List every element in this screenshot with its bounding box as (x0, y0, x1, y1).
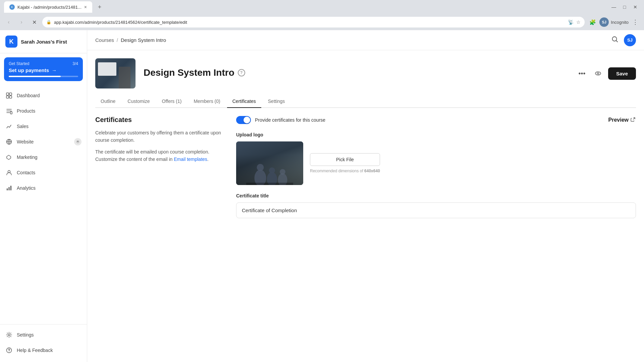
sidebar-nav: Dashboard Products Sales Website (0, 85, 87, 324)
thumbnail-image (95, 58, 136, 88)
minimize-button[interactable]: — (609, 2, 619, 12)
external-link-icon (631, 117, 636, 123)
marketing-icon (5, 154, 13, 161)
sidebar-item-label: Settings (17, 332, 34, 338)
course-title-text: Design System Intro (144, 67, 234, 78)
url-text: app.kajabi.com/admin/products/2148145624… (54, 20, 565, 25)
tab-members[interactable]: Members (0) (188, 95, 225, 108)
course-thumbnail (95, 58, 136, 88)
extensions-icon[interactable]: 🧩 (588, 17, 597, 27)
sidebar-item-label: Dashboard (17, 93, 40, 98)
certificate-title-input[interactable] (236, 202, 636, 218)
certificates-layout: Certificates Celebrate your customers by… (95, 116, 636, 218)
dashboard-icon (5, 92, 13, 99)
logo-image (236, 141, 303, 185)
certificate-title-section: Certificate title (236, 193, 636, 218)
svg-rect-2 (6, 96, 9, 98)
svg-rect-1 (9, 93, 12, 95)
cast-icon: 📡 (568, 19, 574, 25)
help-icon (5, 347, 13, 354)
get-started-title: Set up payments (9, 67, 49, 73)
preview-label: Preview (608, 117, 629, 123)
svg-rect-3 (9, 96, 12, 98)
certificates-settings: Provide certificates for this course Pre… (236, 116, 636, 218)
get-started-arrow: → (52, 67, 57, 73)
sidebar-item-settings[interactable]: Settings (0, 327, 87, 343)
save-button[interactable]: Save (608, 67, 636, 80)
tab-close-icon[interactable]: × (84, 4, 87, 10)
sidebar-footer: Settings Help & Feedback (0, 324, 87, 362)
preview-link[interactable]: Preview (608, 117, 636, 123)
profile-button[interactable]: SJ (599, 17, 609, 27)
upload-logo-section: Upload logo (236, 132, 636, 185)
sidebar-header: K Sarah Jonas's First (0, 30, 87, 53)
sidebar-item-label: Analytics (17, 185, 36, 191)
certificates-description: Certificates Celebrate your customers by… (95, 116, 223, 218)
breadcrumb-separator: / (117, 37, 118, 43)
tab-offers[interactable]: Offers (1) (157, 95, 187, 108)
svg-rect-0 (6, 93, 9, 95)
svg-point-22 (280, 169, 285, 175)
sidebar-item-website[interactable]: Website (0, 134, 87, 149)
browser-more-button[interactable]: ⋮ (631, 17, 640, 27)
sidebar-item-analytics[interactable]: Analytics (0, 180, 87, 196)
more-options-button[interactable]: ••• (576, 67, 588, 79)
tab-favicon: K (9, 4, 15, 10)
recommended-text: Recommended dimensions of 640x640 (310, 169, 380, 173)
refresh-button[interactable]: ✕ (30, 17, 39, 27)
sidebar-item-products[interactable]: Products (0, 103, 87, 119)
sidebar-item-sales[interactable]: Sales (0, 119, 87, 134)
sidebar-item-label: Contacts (17, 170, 35, 175)
svg-rect-10 (10, 186, 11, 190)
email-templates-link[interactable]: Email templates (174, 157, 207, 162)
course-actions: ••• Save (576, 67, 636, 80)
help-tooltip-icon[interactable]: ? (238, 69, 245, 76)
sidebar-item-dashboard[interactable]: Dashboard (0, 88, 87, 103)
user-avatar[interactable]: SJ (624, 34, 636, 46)
main-content: Courses / Design System Intro SJ De (87, 30, 644, 362)
top-header: Courses / Design System Intro SJ (87, 30, 644, 50)
course-header: Design System Intro ? ••• Save (95, 58, 636, 88)
get-started-banner[interactable]: Get Started 3/4 Set up payments → (4, 57, 83, 81)
course-title-row: Design System Intro ? (144, 67, 568, 78)
sidebar-item-label: Marketing (17, 155, 37, 160)
svg-rect-4 (10, 112, 12, 114)
svg-rect-8 (7, 188, 8, 190)
products-icon (5, 107, 13, 115)
more-dots-icon: ••• (578, 70, 585, 77)
sidebar-item-marketing[interactable]: Marketing (0, 149, 87, 165)
preview-eye-button[interactable] (592, 67, 604, 79)
maximize-button[interactable]: □ (620, 2, 629, 12)
cert-title-label: Certificate title (236, 193, 636, 198)
forward-button[interactable]: › (17, 17, 26, 27)
svg-point-13 (9, 352, 9, 352)
breadcrumb: Courses / Design System Intro (95, 37, 166, 43)
new-tab-button[interactable]: + (95, 2, 104, 12)
tab-outline[interactable]: Outline (95, 95, 121, 108)
tab-settings[interactable]: Settings (263, 95, 290, 108)
address-bar[interactable]: 🔒 app.kajabi.com/admin/products/21481456… (42, 17, 585, 27)
bookmark-icon[interactable]: ☆ (576, 19, 581, 25)
upload-logo-label: Upload logo (236, 132, 636, 137)
logo-preview (236, 141, 303, 185)
sidebar-item-label: Products (17, 108, 35, 114)
svg-point-6 (76, 140, 79, 143)
breadcrumb-courses[interactable]: Courses (95, 37, 114, 43)
sidebar-item-help[interactable]: Help & Feedback (0, 343, 87, 358)
provide-certificates-toggle[interactable] (236, 116, 251, 124)
browser-tab[interactable]: K Kajabi - /admin/products/21481... × (4, 1, 92, 13)
course-title-area: Design System Intro ? (144, 67, 568, 79)
sidebar-item-contacts[interactable]: Contacts (0, 165, 87, 180)
sidebar-item-label: Sales (17, 124, 29, 129)
svg-point-20 (269, 168, 275, 174)
pick-file-button[interactable]: Pick File (310, 153, 380, 166)
certificates-desc1: Celebrate your customers by offering the… (95, 129, 223, 144)
back-button[interactable]: ‹ (4, 17, 13, 27)
tab-certificates[interactable]: Certificates (227, 95, 261, 108)
tab-customize[interactable]: Customize (122, 95, 155, 108)
certificates-heading: Certificates (95, 116, 223, 124)
search-button[interactable] (611, 36, 619, 45)
toggle-knob (244, 117, 250, 123)
sales-icon (5, 123, 13, 130)
close-button[interactable]: ✕ (631, 2, 640, 12)
